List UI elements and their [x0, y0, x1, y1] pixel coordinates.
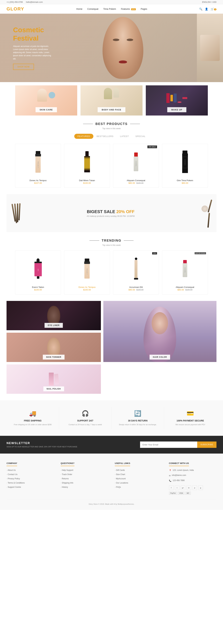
tab-bestsellers[interactable]: BESTSELLERS — [93, 134, 117, 139]
footer-link-returns[interactable]: Returns — [61, 478, 69, 480]
category-makeup[interactable]: MAKE UP — [146, 85, 208, 116]
footer-link-contact[interactable]: Contact Us — [7, 473, 18, 476]
haircolor-visual — [103, 301, 216, 362]
tab-special[interactable]: SPECIAL — [132, 134, 149, 139]
tab-featured[interactable]: FEATURED — [74, 134, 93, 139]
product-image-1: L'OR'EAL — [19, 147, 57, 176]
trending-section: TRENDING Top view in this week OPI Exerc… — [0, 239, 223, 294]
payment-mc: MC — [185, 492, 191, 495]
category-skincare[interactable]: SKIN CARE — [15, 85, 77, 116]
woman-silhouette — [144, 306, 176, 362]
newsletter-description: SIGN UP TO OUR NEWSLETTER AND SAVE 20% O… — [7, 446, 77, 448]
footer-grid: COMPANY About Us Contact Us Privacy Poli… — [7, 462, 216, 495]
nav-features[interactable]: Features NEW — [121, 8, 136, 10]
trending-badge-3: 10% — [152, 252, 157, 254]
footer-link-track[interactable]: Track Order — [61, 473, 72, 476]
nav-badge: NEW — [131, 8, 136, 10]
feature-return: 🔄 30 DAYS RETURN Simply return it within… — [112, 407, 164, 429]
footer-link-shipping[interactable]: Shipping Info — [61, 482, 73, 484]
nav-tima[interactable]: Tima Pokem — [103, 8, 116, 10]
top-bar-contact: +1 (203) 456-0789 hello@domain.com — [7, 1, 43, 3]
logo[interactable]: GLORY — [7, 6, 24, 12]
sale-title: BIGEST SALE 20% OFF — [87, 209, 135, 214]
nav-home[interactable]: Home — [76, 8, 82, 10]
header: GLORY Home Consequat Tima Pokem Features… — [0, 4, 223, 14]
product-price-2: $100.00 — [68, 182, 106, 184]
category-bodyface[interactable]: BODY AND FACE — [80, 85, 143, 116]
photo-col-right: HAIR COLOR — [103, 301, 216, 394]
social-googleplus[interactable]: g+ — [181, 486, 185, 490]
hero-description: Aliquam accumsan ut justo dui dignissim.… — [13, 45, 52, 60]
trending-name-4[interactable]: Aliquam Consequat — [176, 286, 194, 288]
tab-latest[interactable]: LATEST — [117, 134, 132, 139]
eye-right — [127, 38, 133, 41]
photo-nailpolish[interactable]: NAIL POLISH — [7, 364, 101, 394]
haircolor-bg: HAIR COLOR — [103, 301, 216, 362]
footer-link-terms[interactable]: Terms & Conditions — [7, 482, 25, 484]
trending-name-3[interactable]: Accumsan Elit — [129, 286, 143, 288]
newsletter-subscribe-button[interactable]: SUBSCRIBE — [197, 442, 216, 448]
photo-haircolor[interactable]: HAIR COLOR — [103, 301, 216, 362]
hero-shop-button[interactable]: SHOP NOW — [13, 64, 34, 70]
payment-desc: We ensure secure payment with PEV — [167, 423, 213, 426]
product-card-2: Dali Miren Tukan $100.00 — [64, 144, 110, 188]
hero-content: Cosmetic Festival Aliquam accumsan ut ju… — [0, 16, 65, 80]
best-products-subtitle: Top view in this week — [0, 128, 223, 130]
return-desc: Simply return it within 30 days for an e… — [115, 423, 161, 426]
footer-link-help[interactable]: Help Support — [61, 469, 73, 471]
cart-icon[interactable]: 🛒0 — [210, 8, 216, 10]
nav-consequat[interactable]: Consequat — [87, 8, 98, 10]
social-twitter[interactable]: t — [175, 486, 179, 490]
brushes-left — [12, 203, 21, 223]
newsletter-section: NEWSLETTER SIGN UP TO OUR NEWSLETTER AND… — [0, 436, 223, 454]
trending-name-2[interactable]: Donec Ac Tempus — [78, 286, 96, 288]
footer-link-support[interactable]: Support Centre — [7, 486, 21, 488]
top-bar-locale[interactable]: ENGLISH / USD — [202, 1, 216, 3]
footer-link-locations[interactable]: Our Locations — [115, 482, 128, 484]
footer-link-sizechart[interactable]: Size Chart — [115, 473, 125, 476]
footer-company: COMPANY About Us Contact Us Privacy Poli… — [7, 462, 54, 495]
product-card-3: ON SALE CHANEL Aliquam Consequat $80.00 … — [113, 144, 159, 188]
trending-price-4: $80.00 $100.00 — [166, 288, 204, 291]
social-google[interactable]: g — [198, 486, 203, 490]
footer-questions-links: Help Support Track Order Returns Shippin… — [61, 468, 108, 488]
footer-company-links: About Us Contact Us Privacy Policy Terms… — [7, 468, 54, 488]
product-name-3[interactable]: Aliquam Consequat — [127, 179, 145, 182]
trending-image-1: OPI — [19, 254, 57, 283]
hero-side-decoration — [200, 35, 220, 61]
footer-connect: CONNECT WITH US 📍 123, Lorem Ipsum, Indi… — [169, 462, 217, 495]
footer-link-faqs[interactable]: FAQs — [115, 486, 121, 488]
product-price-1: $107.00 — [19, 182, 57, 184]
product-name-4[interactable]: Gire Tima Pokem — [177, 179, 193, 182]
hero-face-area — [94, 14, 152, 82]
nailpolish-label: NAIL POLISH — [43, 386, 64, 391]
skincare-image — [37, 89, 55, 102]
photo-eyeliner[interactable]: EYE LINER — [7, 301, 101, 330]
social-linkedin[interactable]: in — [187, 486, 191, 490]
nav-pages[interactable]: Pages — [141, 8, 147, 10]
photo-skintonner[interactable]: SKIN TONNER — [7, 333, 101, 362]
photo-category-grid: EYE LINER SKIN TONNER NAIL POLISH — [0, 301, 223, 394]
product-name-2[interactable]: Dali Miren Tukan — [79, 179, 95, 182]
footer-link-myaccount[interactable]: MyAccount — [115, 478, 126, 480]
newsletter-text: NEWSLETTER SIGN UP TO OUR NEWSLETTER AND… — [7, 442, 77, 448]
brushes-right — [200, 199, 211, 228]
payment-paypal: PayPal — [169, 492, 177, 495]
newsletter-email-input[interactable] — [140, 442, 197, 448]
trending-name-1[interactable]: Exerci Tation — [32, 286, 44, 288]
feature-payment: 💳 100% PAYMENT SECURE We ensure secure p… — [164, 407, 216, 429]
product-name-1[interactable]: Donec Ac Tempus — [30, 179, 47, 182]
social-pinterest[interactable]: p — [192, 486, 197, 490]
search-icon[interactable]: 🔍 — [199, 8, 202, 10]
user-icon[interactable]: 👤 — [205, 8, 208, 10]
shipping-title: FREE SHIPPING — [10, 419, 56, 422]
footer-link-about[interactable]: About Us — [7, 469, 16, 471]
footer-link-privacy[interactable]: Privacy Policy — [7, 478, 20, 480]
footer-link-giftcards[interactable]: Gift Cards — [115, 469, 125, 471]
footer-phone: 📞 123 456 7890 — [169, 479, 217, 483]
language-selector[interactable]: ENGLISH / USD — [202, 1, 216, 3]
social-facebook[interactable]: f — [169, 486, 174, 490]
product-image-4: CHANEL — [166, 147, 204, 176]
footer-link-history[interactable]: History — [61, 486, 68, 488]
trending-price-1: $100.00 — [19, 288, 57, 291]
